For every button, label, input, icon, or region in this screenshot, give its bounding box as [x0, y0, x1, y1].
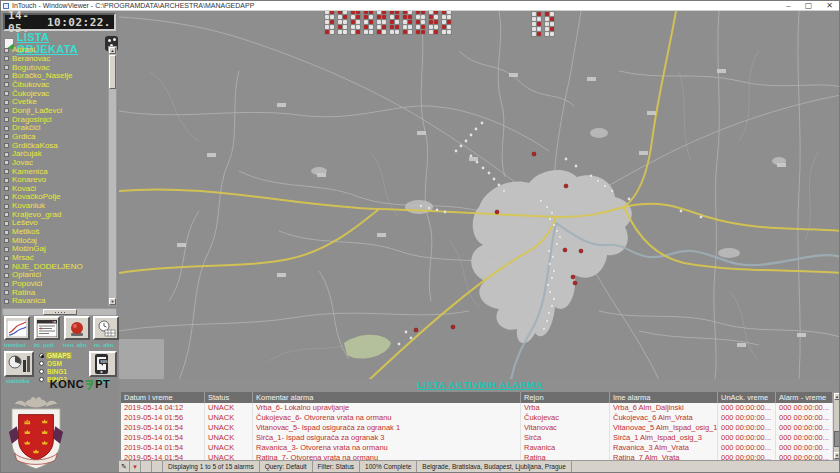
alarm-column-header[interactable]: Datum i vreme [121, 392, 205, 403]
logo-text-left: KONC [50, 378, 84, 390]
object-list-scrollbar[interactable]: ▲ ▼ [108, 46, 117, 306]
history-data-button[interactable] [34, 316, 60, 340]
alarm-cell: 000 00:00:00... [718, 433, 776, 443]
sidebar-item-grdica[interactable]: Grdica [2, 133, 108, 142]
alarm-cell: UNACK [205, 423, 253, 433]
alarm-scrollbar-thumb[interactable] [834, 431, 840, 447]
alarm-table-row[interactable]: 2019-05-14 04:12UNACKVrba_6- Lokalno upr… [121, 403, 833, 413]
object-list-hscrollbar[interactable] [2, 308, 117, 316]
alarm-cell: UNACK [205, 433, 253, 443]
object-bullet-icon [4, 282, 9, 287]
object-bullet-icon [4, 82, 9, 87]
current-alarms-button[interactable] [64, 316, 90, 340]
indicator-cluster [544, 11, 555, 37]
indicator-cluster [402, 11, 413, 35]
statistics-button[interactable] [4, 351, 34, 377]
indicator-cluster [376, 11, 387, 35]
sidebar-item-beranovac[interactable]: Beranovac [2, 55, 108, 64]
clock-time: 10:02:22. [47, 16, 111, 29]
alarm-table-row[interactable]: 2019-05-14 01:56UNACKČukojevac_6- Otvore… [121, 413, 833, 423]
window-titlebar: InTouch - WindowViewer - C:\PROGRAMDATA\… [1, 1, 840, 11]
alarm-table-row[interactable]: 2019-05-14 01:54UNACKRatina_7- Otvorena … [121, 453, 833, 460]
alarm-scroll-down-icon[interactable]: ▼ [834, 452, 840, 459]
alarm-cell: 2019-05-14 04:12 [121, 403, 205, 413]
map-source-option-osm[interactable]: OSM [39, 360, 87, 367]
alarm-table-row[interactable]: 2019-05-14 01:54UNACKVitanovac_5- Ispad … [121, 423, 833, 433]
logo-glyph-icon [85, 379, 94, 390]
sidebar-item-ravanica[interactable]: Ravanica [2, 297, 108, 306]
alarm-table-row[interactable]: 2019-05-14 01:54UNACKRavanica_3- Otvoren… [121, 443, 833, 453]
alarm-cell: Čukojevac [521, 413, 610, 423]
scroll-up-icon[interactable]: ▲ [109, 47, 116, 54]
sidebar-item-čibukovac[interactable]: Čibukovac [2, 81, 108, 90]
maximize-button[interactable]: ▢ [805, 2, 813, 10]
alarm-cell: Ratina_7- Otvorena vrata na ormanu [253, 453, 521, 460]
object-bullet-icon [4, 204, 9, 209]
object-bullet-icon [4, 169, 9, 174]
radio-icon[interactable] [39, 369, 44, 374]
pencil-icon[interactable]: ✎ [119, 461, 130, 472]
map-source-option-bing1[interactable]: BING1 [39, 368, 87, 375]
map-source-option-gmaps[interactable]: GMAPS [39, 352, 87, 359]
alarm-cell: Vitanovac [521, 423, 610, 433]
alarm-column-header[interactable]: UnAck. vreme [718, 392, 776, 403]
minimize-button[interactable]: – [786, 2, 790, 10]
alarm-history-button[interactable] [93, 316, 119, 340]
alarm-cell: UNACK [205, 443, 253, 453]
alarm-history-label: ist. alm. [94, 342, 115, 348]
alarm-cell: Ratina [521, 453, 610, 460]
kraljevo-coat-of-arms [7, 394, 65, 472]
object-bullet-icon [4, 152, 9, 157]
alarm-column-header[interactable]: Alarm - vreme [776, 392, 833, 403]
alarm-panel-title: LISTA AKTIVNIH ALARMA [119, 379, 840, 392]
alarm-cell: Sirča_1- Ispad osigurača za ogranak 3 [253, 433, 521, 443]
radio-icon[interactable] [39, 353, 44, 358]
alarm-cell: Vitanovac_5- Ispad osigurača za ogranak … [253, 423, 521, 433]
scrollbar-thumb[interactable] [109, 55, 116, 89]
alarm-column-header[interactable]: Rejon [521, 392, 610, 403]
status-spacer-cell [141, 461, 152, 472]
hscrollbar-thumb[interactable] [43, 309, 77, 315]
alarm-cell: 000 00:00:00... [776, 403, 833, 413]
alarm-table-row[interactable]: 2019-05-14 01:54UNACKSirča_1- Ispad osig… [121, 433, 833, 443]
alarm-table-rows: 2019-05-14 04:12UNACKVrba_6- Lokalno upr… [121, 403, 833, 460]
object-bullet-icon [4, 230, 9, 235]
alarm-cell: Čukojevac_6 Alm_Vrata [610, 413, 718, 423]
sms-phone-icon: SMS [93, 353, 113, 375]
alarm-cell: 2019-05-14 01:54 [121, 453, 205, 460]
radio-icon[interactable] [39, 361, 44, 366]
object-bullet-icon [4, 178, 9, 183]
alarm-column-header[interactable]: Komentar alarma [253, 392, 521, 403]
object-label: Ravanica [12, 297, 45, 305]
map-canvas[interactable] [119, 11, 840, 379]
alarm-column-header[interactable]: Status [205, 392, 253, 403]
sms-button[interactable]: SMS [89, 351, 117, 377]
red-arrow-icon[interactable]: ▾ [130, 461, 141, 472]
svg-text:SMS: SMS [100, 360, 108, 364]
status-segment: Filter: Status [313, 461, 360, 472]
object-bullet-icon [4, 221, 9, 226]
alarm-cell: Vitanovac_5 Alm_Ispad_osig_1 [610, 423, 718, 433]
status-segment: Belgrade, Bratislava, Budapest, Ljubljan… [417, 461, 571, 472]
alarm-cell: Vrba_6- Lokalno upravljanje [253, 403, 521, 413]
close-button[interactable]: ✕ [826, 2, 833, 10]
object-bullet-icon [4, 247, 9, 252]
object-label: Mrsać [12, 254, 34, 262]
object-bullet-icon [4, 186, 9, 191]
sidebar-item-donji_lađevci[interactable]: Donji_Lađevci [2, 107, 108, 116]
alarm-scroll-up-icon[interactable]: ▲ [834, 393, 840, 400]
alarm-column-header[interactable]: Ime alarma [610, 392, 718, 403]
trend-chart-icon [7, 320, 27, 337]
object-bullet-icon [4, 256, 9, 261]
object-bullet-icon [4, 126, 9, 131]
history-data-label: ist. pod. [34, 342, 55, 348]
alarm-scrollbar[interactable]: ▲ ▼ [833, 392, 840, 460]
object-bullet-icon [4, 195, 9, 200]
trends-button[interactable] [4, 316, 30, 340]
trends-label: trendovi [4, 342, 25, 348]
map-graphics [119, 11, 840, 379]
status-segment: Displaying 1 to 5 of 15 alarms [163, 461, 260, 472]
sidebar-item-jovac[interactable]: Jovac [2, 159, 108, 168]
object-bullet-icon [4, 299, 9, 304]
scroll-down-icon[interactable]: ▼ [109, 298, 116, 305]
